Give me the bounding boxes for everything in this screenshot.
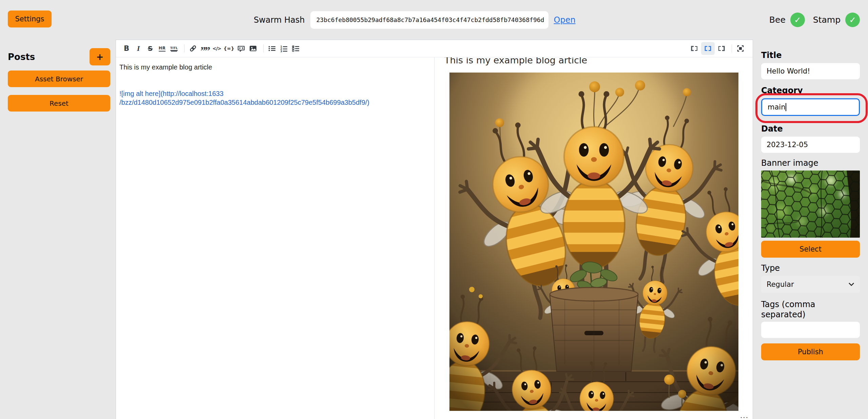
title-label: Title — [761, 50, 860, 60]
open-link[interactable]: Open — [554, 15, 576, 25]
preview-heading: This is my example blog article — [444, 57, 743, 66]
title-icon[interactable]: TITL — [169, 43, 179, 54]
preview-overflow-dots: ... — [740, 412, 749, 419]
markdown-editor-container: B I S HR TITL ”” </> {=} 123 — [116, 40, 753, 419]
title-value: Hello World! — [767, 67, 810, 75]
post-properties-panel: Title Hello World! Category main Date 20… — [761, 40, 860, 360]
image-icon[interactable] — [248, 43, 258, 54]
markdown-preview-pane[interactable]: This is my example blog article — [435, 57, 753, 419]
italic-icon[interactable]: I — [133, 43, 143, 54]
editor-text-line: This is my example blog article — [119, 63, 429, 72]
banner-image-thumbnail — [761, 171, 860, 238]
reset-button[interactable]: Reset — [8, 95, 110, 112]
view-mode-group — [689, 42, 747, 55]
blog-post-image — [449, 73, 738, 411]
stamp-check-icon: ✓ — [845, 13, 860, 27]
bee-status-label: Bee — [769, 15, 786, 25]
type-select[interactable]: Regular — [761, 276, 860, 293]
split-view-icon[interactable] — [701, 42, 715, 55]
add-post-button[interactable]: + — [90, 48, 110, 65]
type-selected-value: Regular — [767, 280, 794, 288]
app-window: Settings Swarm Hash 23bc6feb80055b29adf6… — [0, 0, 868, 419]
comment-code-icon[interactable] — [236, 43, 246, 54]
swarm-hash-group: Swarm Hash 23bc6feb80055b29adf68a8c7b7a1… — [254, 0, 576, 40]
unordered-list-icon[interactable] — [267, 43, 277, 54]
horizontal-rule-icon[interactable]: HR — [157, 43, 167, 54]
toolbar-separator — [263, 44, 264, 53]
date-label: Date — [761, 124, 860, 134]
editor-image-markdown-line2: /bzz/d1480d10652d975e091b2ffa0a35614abda… — [119, 98, 429, 107]
date-value: 2023-12-05 — [767, 141, 808, 149]
posts-header: Posts + — [8, 48, 110, 65]
posts-title: Posts — [8, 52, 35, 62]
code-icon[interactable]: </> — [212, 43, 222, 54]
editor-toolbar: B I S HR TITL ”” </> {=} 123 — [116, 40, 753, 57]
editor-blank-line — [119, 80, 429, 89]
tags-label: Tags (comma separated) — [761, 299, 860, 320]
category-value: main — [768, 103, 785, 111]
ordered-list-icon[interactable]: 123 — [279, 43, 289, 54]
toolbar-separator — [184, 44, 185, 53]
link-icon[interactable] — [188, 43, 198, 54]
markdown-source-editor[interactable]: This is my example blog article ![img al… — [116, 57, 435, 419]
category-input[interactable]: main — [761, 98, 860, 116]
settings-button[interactable]: Settings — [8, 11, 52, 27]
bold-icon[interactable]: B — [121, 43, 132, 54]
select-banner-button[interactable]: Select — [761, 241, 860, 258]
chevron-down-icon — [848, 282, 854, 286]
svg-text:3: 3 — [280, 50, 282, 53]
tags-input[interactable] — [761, 322, 860, 338]
bee-check-icon: ✓ — [790, 13, 805, 27]
text-cursor — [786, 103, 786, 111]
task-list-icon[interactable] — [291, 43, 301, 54]
stamp-status-label: Stamp — [813, 15, 841, 25]
quote-icon[interactable]: ”” — [200, 42, 210, 55]
strikethrough-icon[interactable]: S — [145, 43, 155, 54]
code-block-icon[interactable]: {=} — [224, 43, 234, 54]
editor-image-markdown-line1: ![img alt here](http://localhost:1633 — [119, 89, 429, 98]
type-label: Type — [761, 263, 860, 273]
swarm-hash-label: Swarm Hash — [254, 15, 305, 25]
title-glyph: TITL — [170, 46, 178, 51]
banner-image-label: Banner image — [761, 158, 860, 168]
hr-glyph: HR — [159, 46, 166, 52]
date-input[interactable]: 2023-12-05 — [761, 137, 860, 153]
preview-view-icon[interactable] — [716, 43, 727, 54]
editor-view-icon[interactable] — [689, 43, 699, 54]
category-label: Category — [761, 85, 860, 96]
publish-button[interactable]: Publish — [761, 343, 860, 360]
swarm-hash-input[interactable]: 23bc6feb80055b29adf68a8c7b7a16a454f03c4f… — [310, 11, 548, 29]
status-indicators: Bee ✓ Stamp ✓ — [769, 0, 860, 40]
editor-blank-line — [119, 72, 429, 80]
preview-content: This is my example blog article — [435, 57, 753, 411]
asset-browser-button[interactable]: Asset Browser — [8, 71, 110, 87]
toolbar-separator — [732, 44, 732, 53]
fullscreen-icon[interactable] — [735, 43, 746, 54]
title-input[interactable]: Hello World! — [761, 63, 860, 79]
